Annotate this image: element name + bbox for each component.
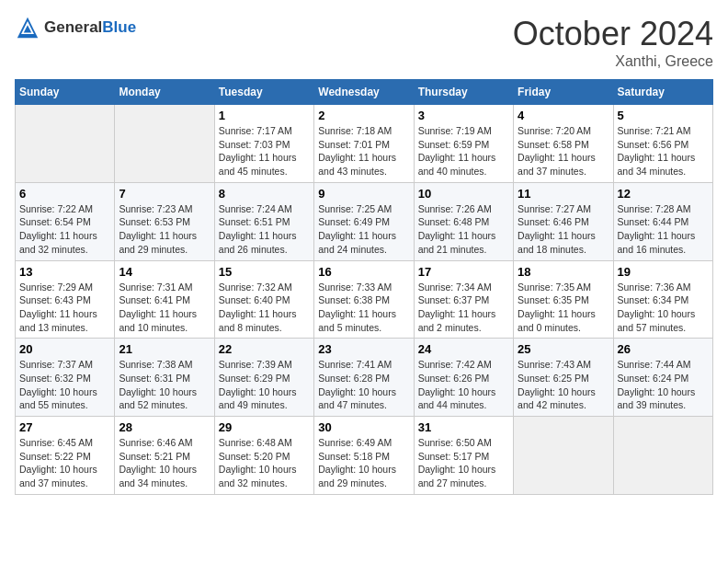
day-info: Sunrise: 7:35 AM Sunset: 6:35 PM Dayligh…: [518, 281, 609, 335]
calendar-cell: 9Sunrise: 7:25 AM Sunset: 6:49 PM Daylig…: [314, 182, 414, 260]
day-number: 10: [418, 187, 509, 201]
calendar-cell: 23Sunrise: 7:41 AM Sunset: 6:28 PM Dayli…: [314, 339, 414, 417]
calendar-cell: 4Sunrise: 7:20 AM Sunset: 6:58 PM Daylig…: [514, 105, 613, 183]
page-header: GeneralBlue October 2024 Xanthi, Greece: [15, 15, 713, 70]
day-info: Sunrise: 7:37 AM Sunset: 6:32 PM Dayligh…: [19, 358, 110, 412]
day-info: Sunrise: 6:48 AM Sunset: 5:20 PM Dayligh…: [219, 436, 310, 490]
calendar-cell: 13Sunrise: 7:29 AM Sunset: 6:43 PM Dayli…: [16, 260, 115, 339]
weekday-header-row: SundayMondayTuesdayWednesdayThursdayFrid…: [16, 80, 713, 105]
day-info: Sunrise: 7:38 AM Sunset: 6:31 PM Dayligh…: [119, 358, 210, 412]
day-info: Sunrise: 7:33 AM Sunset: 6:38 PM Dayligh…: [318, 281, 409, 335]
day-info: Sunrise: 7:17 AM Sunset: 7:03 PM Dayligh…: [219, 124, 310, 178]
day-info: Sunrise: 7:24 AM Sunset: 6:51 PM Dayligh…: [219, 202, 310, 257]
day-info: Sunrise: 7:26 AM Sunset: 6:48 PM Dayligh…: [418, 202, 509, 257]
day-info: Sunrise: 7:43 AM Sunset: 6:25 PM Dayligh…: [518, 358, 609, 412]
calendar-cell: 18Sunrise: 7:35 AM Sunset: 6:35 PM Dayli…: [514, 260, 613, 339]
calendar-table: SundayMondayTuesdayWednesdayThursdayFrid…: [15, 79, 713, 495]
day-info: Sunrise: 7:19 AM Sunset: 6:59 PM Dayligh…: [418, 124, 509, 178]
day-number: 8: [219, 187, 310, 201]
day-number: 15: [219, 265, 310, 279]
logo-general-text: GeneralBlue: [44, 18, 136, 37]
calendar-cell: 30Sunrise: 6:49 AM Sunset: 5:18 PM Dayli…: [314, 417, 414, 495]
calendar-week-4: 20Sunrise: 7:37 AM Sunset: 6:32 PM Dayli…: [16, 339, 713, 417]
calendar-cell: 31Sunrise: 6:50 AM Sunset: 5:17 PM Dayli…: [414, 417, 513, 495]
calendar-cell: [613, 417, 712, 495]
day-info: Sunrise: 7:34 AM Sunset: 6:37 PM Dayligh…: [418, 281, 509, 335]
day-number: 23: [318, 342, 409, 356]
day-number: 29: [219, 420, 310, 434]
day-number: 20: [19, 342, 110, 356]
calendar-cell: 16Sunrise: 7:33 AM Sunset: 6:38 PM Dayli…: [314, 260, 414, 339]
calendar-cell: 3Sunrise: 7:19 AM Sunset: 6:59 PM Daylig…: [414, 105, 513, 183]
day-number: 11: [518, 187, 609, 201]
day-number: 27: [19, 420, 110, 434]
day-info: Sunrise: 6:49 AM Sunset: 5:18 PM Dayligh…: [318, 436, 409, 490]
day-info: Sunrise: 7:42 AM Sunset: 6:26 PM Dayligh…: [418, 358, 509, 412]
day-number: 2: [318, 109, 409, 122]
weekday-header-monday: Monday: [115, 80, 214, 105]
day-info: Sunrise: 7:27 AM Sunset: 6:46 PM Dayligh…: [518, 202, 609, 257]
weekday-header-saturday: Saturday: [613, 80, 712, 105]
day-number: 18: [518, 265, 609, 279]
calendar-cell: 1Sunrise: 7:17 AM Sunset: 7:03 PM Daylig…: [214, 105, 313, 183]
day-info: Sunrise: 7:31 AM Sunset: 6:41 PM Dayligh…: [119, 281, 210, 335]
day-number: 3: [418, 109, 509, 122]
logo-icon: [15, 15, 40, 40]
day-info: Sunrise: 7:20 AM Sunset: 6:58 PM Dayligh…: [518, 124, 609, 178]
weekday-header-thursday: Thursday: [414, 80, 513, 105]
day-info: Sunrise: 7:18 AM Sunset: 7:01 PM Dayligh…: [318, 124, 409, 178]
title-block: October 2024 Xanthi, Greece: [513, 15, 713, 70]
calendar-cell: 8Sunrise: 7:24 AM Sunset: 6:51 PM Daylig…: [214, 182, 313, 260]
calendar-cell: [16, 105, 115, 183]
calendar-week-1: 1Sunrise: 7:17 AM Sunset: 7:03 PM Daylig…: [16, 105, 713, 183]
calendar-cell: 15Sunrise: 7:32 AM Sunset: 6:40 PM Dayli…: [214, 260, 313, 339]
day-number: 31: [418, 420, 509, 434]
day-info: Sunrise: 7:39 AM Sunset: 6:29 PM Dayligh…: [219, 358, 310, 412]
day-number: 22: [219, 342, 310, 356]
day-number: 26: [618, 342, 709, 356]
calendar-cell: 14Sunrise: 7:31 AM Sunset: 6:41 PM Dayli…: [115, 260, 214, 339]
day-number: 6: [19, 187, 110, 201]
calendar-cell: 25Sunrise: 7:43 AM Sunset: 6:25 PM Dayli…: [514, 339, 613, 417]
day-number: 21: [119, 342, 210, 356]
calendar-cell: 2Sunrise: 7:18 AM Sunset: 7:01 PM Daylig…: [314, 105, 414, 183]
calendar-cell: [115, 105, 214, 183]
day-number: 12: [618, 187, 709, 201]
day-info: Sunrise: 7:41 AM Sunset: 6:28 PM Dayligh…: [318, 358, 409, 412]
weekday-header-friday: Friday: [514, 80, 613, 105]
calendar-cell: 20Sunrise: 7:37 AM Sunset: 6:32 PM Dayli…: [16, 339, 115, 417]
day-number: 17: [418, 265, 509, 279]
day-number: 25: [518, 342, 609, 356]
calendar-cell: 6Sunrise: 7:22 AM Sunset: 6:54 PM Daylig…: [16, 182, 115, 260]
month-title: October 2024: [513, 15, 713, 53]
calendar-cell: 21Sunrise: 7:38 AM Sunset: 6:31 PM Dayli…: [115, 339, 214, 417]
calendar-cell: 22Sunrise: 7:39 AM Sunset: 6:29 PM Dayli…: [214, 339, 313, 417]
calendar-cell: 17Sunrise: 7:34 AM Sunset: 6:37 PM Dayli…: [414, 260, 513, 339]
day-info: Sunrise: 6:46 AM Sunset: 5:21 PM Dayligh…: [119, 436, 210, 490]
day-info: Sunrise: 7:25 AM Sunset: 6:49 PM Dayligh…: [318, 202, 409, 257]
day-info: Sunrise: 6:50 AM Sunset: 5:17 PM Dayligh…: [418, 436, 509, 490]
weekday-header-wednesday: Wednesday: [314, 80, 414, 105]
day-info: Sunrise: 7:29 AM Sunset: 6:43 PM Dayligh…: [19, 281, 110, 335]
day-number: 14: [119, 265, 210, 279]
day-number: 9: [318, 187, 409, 201]
day-number: 24: [418, 342, 509, 356]
day-number: 30: [318, 420, 409, 434]
calendar-week-2: 6Sunrise: 7:22 AM Sunset: 6:54 PM Daylig…: [16, 182, 713, 260]
calendar-cell: 27Sunrise: 6:45 AM Sunset: 5:22 PM Dayli…: [16, 417, 115, 495]
calendar-week-5: 27Sunrise: 6:45 AM Sunset: 5:22 PM Dayli…: [16, 417, 713, 495]
calendar-cell: 26Sunrise: 7:44 AM Sunset: 6:24 PM Dayli…: [613, 339, 712, 417]
day-info: Sunrise: 6:45 AM Sunset: 5:22 PM Dayligh…: [19, 436, 110, 490]
day-info: Sunrise: 7:36 AM Sunset: 6:34 PM Dayligh…: [618, 281, 709, 335]
weekday-header-sunday: Sunday: [16, 80, 115, 105]
calendar-cell: 11Sunrise: 7:27 AM Sunset: 6:46 PM Dayli…: [514, 182, 613, 260]
calendar-cell: 29Sunrise: 6:48 AM Sunset: 5:20 PM Dayli…: [214, 417, 313, 495]
day-info: Sunrise: 7:32 AM Sunset: 6:40 PM Dayligh…: [219, 281, 310, 335]
day-number: 19: [618, 265, 709, 279]
day-number: 4: [518, 109, 609, 122]
location-title: Xanthi, Greece: [513, 53, 713, 70]
calendar-cell: 12Sunrise: 7:28 AM Sunset: 6:44 PM Dayli…: [613, 182, 712, 260]
day-info: Sunrise: 7:21 AM Sunset: 6:56 PM Dayligh…: [618, 124, 709, 178]
day-info: Sunrise: 7:22 AM Sunset: 6:54 PM Dayligh…: [19, 202, 110, 257]
calendar-cell: 5Sunrise: 7:21 AM Sunset: 6:56 PM Daylig…: [613, 105, 712, 183]
